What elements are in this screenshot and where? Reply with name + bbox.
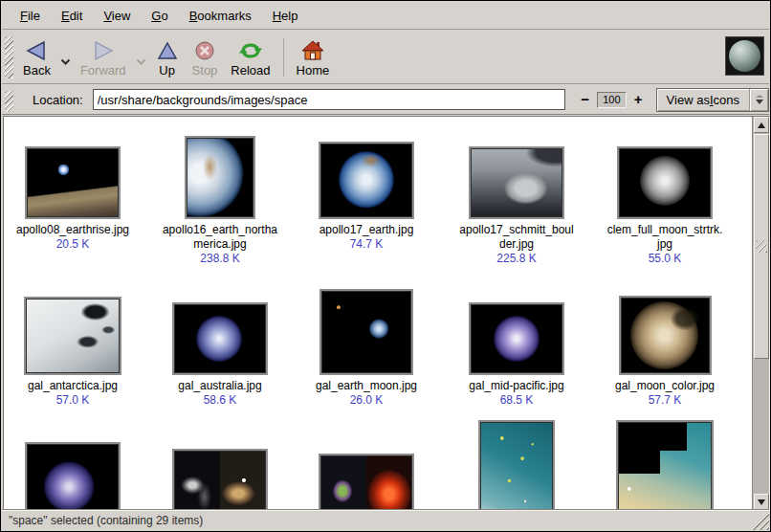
file-size: 74.7 K [350,237,384,252]
file-name-line2: jpg [598,237,732,252]
vertical-scrollbar[interactable] [752,117,769,510]
thumbnail-gal-moon-color[interactable] [619,296,712,375]
stop-label: Stop [192,64,218,78]
file-name: gal_moon_color.jpg [598,379,732,393]
menu-file[interactable]: File [10,4,51,28]
reload-button[interactable]: Reload [224,31,276,78]
file-manager-window: File Edit View Go Bookmarks Help Back Fo… [0,0,771,532]
file-item-apollo17-schmitt-boulder[interactable]: apollo17_schmitt_boulder.jpg 225.8 K [445,146,588,266]
file-name-line1: apollo08_earthrise.jpg [6,223,140,237]
menu-bar: File Edit View Go Bookmarks Help [2,2,769,30]
back-history-dropdown[interactable] [57,54,74,68]
menu-help[interactable]: Help [262,4,309,28]
file-name: apollo08_earthrise.jpg [6,223,140,237]
home-icon [300,33,325,62]
file-name-line1: clem_full_moon_strtrk. [598,223,732,237]
back-label: Back [23,64,51,78]
thumbnail-partial-nebula-two-panel[interactable] [319,454,414,511]
thumbnail-partial-nebula-stepped[interactable] [616,420,714,511]
file-item-clem-full-moon[interactable]: clem_full_moon_strtrk.jpg 55.0 K [593,146,737,266]
menu-file-rest: ile [28,9,40,23]
throbber [725,36,764,76]
zoom-level-indicator: 100 [597,92,627,108]
file-name-line1: gal_earth_moon.jpg [299,379,433,393]
scrollbar-grip-icon [756,240,767,253]
file-item-gal-earth-moon[interactable]: gal_earth_moon.jpg 26.0 K [295,289,438,408]
stop-icon [193,33,216,62]
thumbnail-gal-antarctica[interactable] [24,297,121,375]
file-name-line1: gal_antarctica.jpg [6,379,140,393]
file-item-apollo17-earth[interactable]: apollo17_earth.jpg 74.7 K [295,142,438,252]
menu-view[interactable]: View [93,4,141,28]
thumbnail-partial-galaxy-pair[interactable] [172,449,268,511]
file-item-partial-4[interactable] [445,420,588,511]
home-button[interactable]: Home [290,31,337,78]
file-item-gal-antarctica[interactable]: gal_antarctica.jpg 57.0 K [3,297,144,408]
view-mode-dropdown-arrow[interactable] [749,89,768,111]
file-size: 55.0 K [649,252,682,266]
menu-edit[interactable]: Edit [51,4,93,28]
location-input[interactable] [93,89,566,110]
file-item-partial-1[interactable] [3,442,144,511]
thumbnail-gal-australia[interactable] [172,302,268,375]
forward-button[interactable]: Forward [74,31,133,78]
file-item-gal-moon-color[interactable]: gal_moon_color.jpg 57.7 K [593,296,737,408]
file-name: apollo17_earth.jpg [299,223,433,237]
menu-help-rest: elp [281,9,297,23]
combo-arrow-bevel [756,95,763,98]
thumbnail-apollo17-schmitt-boulder[interactable] [469,146,564,219]
menu-bookmarks-rest: ookmarks [197,9,251,23]
arrow-up-icon [758,122,765,128]
location-bar: Location: − 100 + View as Icons [2,85,769,115]
forward-history-dropdown[interactable] [133,54,149,68]
scrollbar-up-button[interactable] [754,117,769,133]
scrollbar-thumb[interactable] [754,134,769,359]
menu-edit-mnemonic: E [61,9,70,23]
forward-icon [91,33,116,62]
menu-go-rest: o [161,9,167,23]
zoom-in-button[interactable]: + [631,91,646,108]
file-size: 57.0 K [56,393,90,408]
file-name: apollo17_schmitt_boulder.jpg [450,223,584,252]
location-bar-drag-handle[interactable] [5,91,13,112]
file-item-partial-2[interactable] [148,449,292,511]
home-label: Home [297,64,330,78]
stop-button[interactable]: Stop [186,31,225,78]
file-name-line1: gal_mid-pacific.jpg [450,379,584,393]
back-button[interactable]: Back [16,31,57,78]
file-size: 57.7 K [649,393,682,408]
toolbar-separator [283,38,284,77]
menu-file-mnemonic: F [20,9,28,23]
file-item-apollo16-earth-northamerica[interactable]: apollo16_earth_northamerica.jpg 238.8 K [148,136,292,266]
file-name-line1: gal_australia.jpg [153,379,287,393]
thumbnail-clem-full-moon[interactable] [617,146,713,219]
arrow-down-icon [758,499,765,505]
toolbar-drag-handle[interactable] [5,36,13,78]
menu-go[interactable]: Go [141,4,178,28]
thumbnail-partial-earth[interactable] [25,442,121,511]
up-button[interactable]: Up [149,31,186,78]
menu-bookmarks[interactable]: Bookmarks [179,4,262,28]
zoom-out-button[interactable]: − [578,91,592,108]
file-item-partial-3[interactable] [295,454,438,511]
forward-label: Forward [80,64,126,78]
file-item-apollo08-earthrise[interactable]: apollo08_earthrise.jpg 20.5 K [3,146,144,252]
file-name: gal_australia.jpg [153,379,287,393]
file-name-line2: der.jpg [450,237,584,252]
thumbnail-partial-nebula-teal[interactable] [478,420,555,511]
view-mode-selector[interactable]: View as Icons [656,88,769,112]
menu-view-mnemonic: V [103,9,111,23]
icon-view[interactable]: apollo08_earthrise.jpg 20.5 K apollo16_e… [3,116,770,511]
thumbnail-gal-mid-pacific[interactable] [469,302,564,375]
thumbnail-apollo17-earth[interactable] [319,142,414,219]
thumbnail-apollo16-earth[interactable] [185,136,255,219]
file-item-partial-5[interactable] [593,420,737,511]
window-resize-grip[interactable] [750,511,769,530]
thumbnail-gal-earth-moon[interactable] [319,289,413,375]
thumbnail-apollo08-earthrise[interactable] [25,146,121,219]
toolbar: Back Forward Up [2,31,769,84]
file-item-gal-australia[interactable]: gal_australia.jpg 58.6 K [148,302,292,408]
file-item-gal-mid-pacific[interactable]: gal_mid-pacific.jpg 68.5 K [445,302,588,408]
scrollbar-down-button[interactable] [754,494,769,510]
file-size: 58.6 K [204,393,237,408]
